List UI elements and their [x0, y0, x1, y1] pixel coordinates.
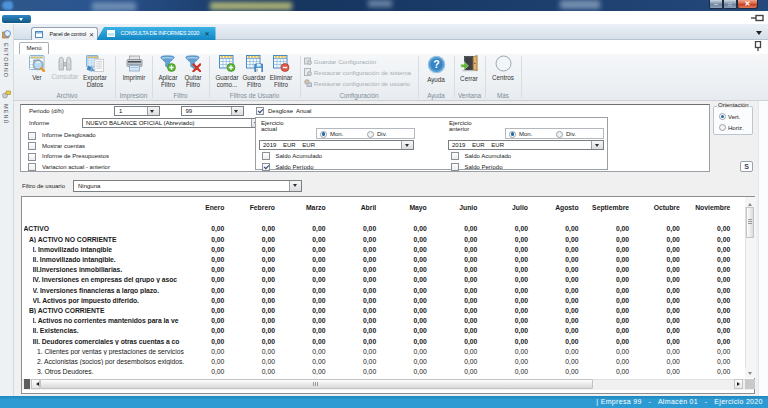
- svg-text:?: ?: [433, 58, 439, 70]
